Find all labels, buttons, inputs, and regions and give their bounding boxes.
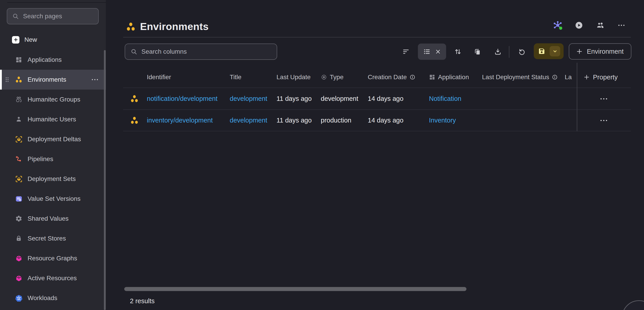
- search-icon: [130, 48, 137, 55]
- plus-icon: [584, 74, 590, 80]
- filter-icon[interactable]: [400, 46, 411, 57]
- sidebar-item-value-set-versions[interactable]: Value Set Versions: [0, 189, 106, 209]
- save-button-group: [534, 43, 564, 59]
- sidebar-item-label: Secret Stores: [28, 235, 66, 242]
- deployment-delta-icon: [15, 135, 22, 143]
- save-button[interactable]: [534, 43, 550, 59]
- column-header-type[interactable]: Type: [321, 73, 368, 81]
- question-mark-icon: ?: [633, 306, 644, 310]
- resource-cube-icon: [15, 274, 22, 282]
- application-link[interactable]: Notification: [429, 95, 482, 102]
- clear-view-icon[interactable]: [435, 49, 441, 55]
- plus-icon: [576, 48, 583, 55]
- sidebar-item-label: Applications: [28, 56, 62, 63]
- sidebar-item-humanitec-groups[interactable]: Humanitec Groups: [0, 90, 106, 109]
- radio-target-icon: [321, 74, 327, 80]
- sidebar-item-environments[interactable]: Environments: [0, 70, 106, 90]
- type-cell: production: [321, 117, 368, 124]
- sidebar-item-pipelines[interactable]: Pipelines: [0, 149, 106, 169]
- user-icon: [15, 115, 22, 123]
- column-header-identifier[interactable]: Identifier: [147, 73, 230, 81]
- column-search-input[interactable]: [142, 48, 271, 55]
- column-header-truncated[interactable]: La: [565, 73, 577, 81]
- resource-graph-status-icon[interactable]: [553, 20, 563, 30]
- sidebar-nav: Applications Environments Humanitec Grou…: [0, 50, 106, 308]
- sidebar-search-input[interactable]: [23, 13, 104, 20]
- identifier-link[interactable]: notification/development: [147, 95, 230, 102]
- sidebar-item-label: Humanitec Users: [28, 116, 76, 123]
- identifier-link[interactable]: inventory/development: [147, 117, 230, 124]
- new-button-label: New: [24, 36, 37, 43]
- download-icon[interactable]: [492, 46, 503, 57]
- column-header-title[interactable]: Title: [230, 73, 276, 81]
- row-more-icon[interactable]: [598, 115, 609, 126]
- main-panel: Environments: [106, 0, 644, 310]
- sidebar-item-resource-graphs[interactable]: Resource Graphs: [0, 248, 106, 268]
- last-update-cell: 11 days ago: [276, 117, 321, 124]
- add-property-button[interactable]: Property: [577, 73, 618, 81]
- info-icon: [410, 74, 416, 80]
- sidebar-item-shared-values[interactable]: Shared Values: [0, 209, 106, 229]
- pipeline-icon: [15, 155, 22, 163]
- row-actions-cell: [577, 93, 631, 104]
- copy-icon[interactable]: [472, 46, 483, 57]
- column-header-last-deployment-status[interactable]: Last Deployment Status: [482, 73, 565, 81]
- sidebar-item-label: Workloads: [28, 295, 57, 302]
- row-more-icon[interactable]: [598, 93, 609, 104]
- column-header-creation-date[interactable]: Creation Date: [368, 73, 429, 81]
- more-icon[interactable]: [616, 20, 626, 30]
- column-header-application[interactable]: Application: [429, 73, 482, 81]
- applications-grid-icon: [15, 56, 22, 64]
- column-header-last-update[interactable]: Last Update: [276, 73, 321, 81]
- application-grid-icon: [429, 74, 435, 80]
- groups-icon: [15, 96, 22, 103]
- horizontal-scrollbar[interactable]: [124, 287, 466, 291]
- members-icon[interactable]: [595, 20, 605, 30]
- gear-icon: [15, 215, 22, 223]
- sidebar-item-secret-stores[interactable]: Secret Stores: [0, 229, 106, 248]
- table-row[interactable]: inventory/development development 11 day…: [123, 109, 631, 131]
- sort-icon[interactable]: [452, 46, 463, 57]
- drag-handle-icon[interactable]: [6, 77, 9, 82]
- table-header-row: Identifier Title Last Update Type Creati…: [123, 67, 631, 87]
- sidebar-item-label: Active Resources: [28, 275, 77, 282]
- title-link[interactable]: development: [230, 95, 276, 102]
- value-set-icon: [15, 195, 22, 203]
- sidebar-scrollbar[interactable]: [104, 50, 106, 310]
- undo-icon[interactable]: [516, 46, 528, 57]
- column-search[interactable]: [125, 43, 277, 60]
- add-environment-button[interactable]: Environment: [569, 43, 631, 59]
- environments-dots-icon: [126, 22, 136, 32]
- sidebar-item-applications[interactable]: Applications: [0, 50, 106, 70]
- resource-cube-icon: [15, 255, 22, 262]
- sidebar-item-label: Environments: [28, 76, 66, 83]
- sidebar-item-label: Deployment Deltas: [28, 136, 81, 143]
- run-play-icon[interactable]: [574, 20, 584, 30]
- sidebar-top-divider: [7, 2, 106, 3]
- save-options-chevron[interactable]: [550, 46, 560, 56]
- help-button[interactable]: ?: [622, 300, 644, 310]
- lock-icon: [15, 235, 22, 242]
- add-property-cell: Property: [577, 73, 631, 81]
- sidebar-item-humanitec-users[interactable]: Humanitec Users: [0, 109, 106, 129]
- application-link[interactable]: Inventory: [429, 117, 482, 124]
- table-row[interactable]: notification/development development 11 …: [123, 87, 631, 109]
- search-icon: [12, 13, 19, 20]
- sidebar-item-deployment-sets[interactable]: Deployment Sets: [0, 169, 106, 189]
- sidebar-item-deployment-deltas[interactable]: Deployment Deltas: [0, 129, 106, 149]
- header-actions: [553, 20, 626, 30]
- info-icon: [552, 74, 558, 80]
- sidebar-item-workloads[interactable]: Workloads: [0, 288, 106, 308]
- list-view-icon[interactable]: [423, 48, 430, 55]
- selected-indicator: [0, 70, 2, 90]
- title-link[interactable]: development: [230, 117, 276, 124]
- creation-date-cell: 14 days ago: [368, 117, 429, 124]
- item-more-icon[interactable]: [92, 79, 98, 80]
- sidebar-search[interactable]: [7, 8, 99, 24]
- sidebar-item-active-resources[interactable]: Active Resources: [0, 268, 106, 288]
- new-button[interactable]: New: [12, 34, 37, 45]
- row-actions-cell: [577, 115, 631, 126]
- sidebar-item-label: Shared Values: [28, 215, 69, 222]
- last-update-cell: 11 days ago: [276, 95, 321, 102]
- sidebar: New Applications Environments: [0, 0, 106, 310]
